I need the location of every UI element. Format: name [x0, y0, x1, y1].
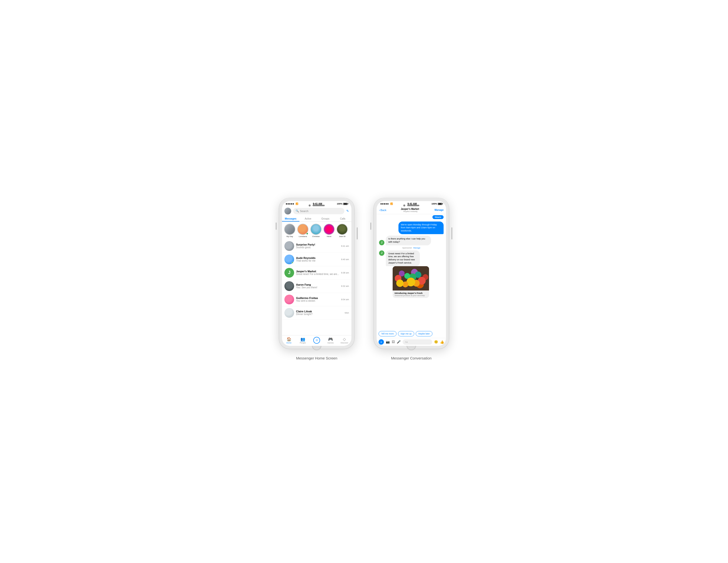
replies-instantly: Replies instantly — [386, 210, 435, 212]
phone-home-screen: 📶 9:41 AM 100% — [282, 201, 351, 346]
manage-button[interactable]: Manage — [435, 209, 444, 211]
story-row: My Day Loredana — [282, 222, 351, 239]
conversation-list: Surprise Party! Sounds good. 9:41 am A — [282, 239, 351, 335]
signal-dot-4 — [291, 203, 292, 204]
henri-avatar-img — [323, 224, 335, 235]
discover-nav-icon: ◇ — [343, 337, 346, 342]
story-loredana[interactable]: Loredana — [297, 224, 309, 237]
nav-discover-label: Discover — [341, 342, 348, 344]
tab-active[interactable]: Active — [299, 216, 317, 221]
bot-avatar: J — [379, 240, 384, 245]
ad-text-bubble: Great news! For a limited time, we are o… — [386, 250, 420, 266]
convo-surprise[interactable]: Surprise Party! Sounds good. 9:41 am — [282, 239, 351, 253]
page-container: 📶 9:41 AM 100% — [279, 198, 449, 360]
signal-dot-2 — [288, 203, 289, 204]
convo-guillermo-content: Guillermo Freitas You sent a sticker. — [296, 297, 339, 302]
nav-home[interactable]: 🏠 Home — [282, 337, 296, 344]
games-nav-icon: 🎮 — [328, 337, 333, 342]
volume-button-convo — [370, 222, 371, 230]
manage-sponsored-link[interactable]: Manage — [413, 247, 420, 249]
like-icon[interactable]: 👍 — [440, 340, 444, 344]
convo-jasper[interactable]: J Jasper's Market Great news! For a limi… — [282, 266, 351, 279]
camera-input-icon[interactable]: 📷 — [386, 340, 390, 344]
convo-aaron[interactable]: Aaron Fang You: See you there! 9:32 am — [282, 279, 351, 293]
convo-surprise-time: 9:41 am — [341, 245, 349, 247]
phone-convo-section: 📶 9:41 AM 100% ‹ — [374, 198, 449, 360]
battery-fill — [344, 203, 347, 204]
power-button — [357, 227, 358, 239]
signal-dot-5 — [293, 203, 294, 204]
battery-area-convo: 100% — [431, 202, 442, 205]
ad-message-row: J Great news! For a limited time, we are… — [379, 250, 444, 298]
compose-icon[interactable]: ✎ — [346, 209, 349, 213]
add-attachments-button[interactable]: + — [379, 339, 384, 345]
convo-aude[interactable]: Aude Reynolds That works for me 9:40 am — [282, 253, 351, 266]
search-icon: 🔍 — [296, 209, 299, 212]
user-avatar[interactable] — [284, 208, 291, 214]
convo-claire[interactable]: Claire Litvak Dinner tonight? Mon — [282, 306, 351, 320]
convo-aaron-time: 9:32 am — [341, 285, 349, 287]
convo-aude-time: 9:40 am — [341, 258, 349, 260]
story-christian[interactable]: Christian — [310, 224, 322, 237]
story-label-myday: My Day — [286, 235, 293, 237]
aaron-avatar — [284, 281, 294, 291]
convo-jasper-preview: Great news! For a limited time, we are..… — [296, 273, 339, 275]
search-bar[interactable]: 🔍 Search — [293, 208, 344, 214]
camera-circle: ⊙ — [313, 337, 320, 344]
convo-aaron-preview: You: See you there! — [296, 286, 339, 289]
nav-people[interactable]: 👥 People — [296, 337, 310, 344]
convo-surprise-preview: Sounds good. — [296, 246, 339, 249]
front-camera — [309, 204, 311, 206]
battery-icon-convo — [438, 203, 442, 205]
convo-guillermo[interactable]: Guillermo Freitas You sent a sticker. 9:… — [282, 293, 351, 306]
signal-dot-3 — [289, 203, 290, 204]
phone-convo-shell: 📶 9:41 AM 100% ‹ — [374, 198, 449, 349]
nav-camera[interactable]: ⊙ — [310, 337, 323, 344]
story-myday[interactable]: My Day — [284, 224, 296, 237]
battery-percent: 100% — [337, 202, 342, 205]
nav-games[interactable]: 🎮 Games — [324, 337, 338, 344]
quick-reply-maybe-later[interactable]: Maybe later — [416, 331, 432, 337]
business-name: Jasper's Market — [401, 208, 419, 210]
mic-input-icon[interactable]: 🎤 — [397, 340, 401, 344]
convo-jasper-time: 9:38 am — [341, 271, 349, 274]
emoji-icon[interactable]: 🙂 — [434, 340, 438, 344]
story-label-loredana: Loredana — [299, 235, 307, 237]
incoming-bubble: Is there anything else I can help you wi… — [386, 235, 431, 245]
quick-reply-tell-me-more[interactable]: Tell me more — [379, 331, 397, 337]
phone-convo-label: Messenger Conversation — [391, 356, 432, 360]
people-nav-icon: 👥 — [300, 337, 305, 342]
story-henri[interactable]: Henri — [323, 224, 335, 237]
nav-discover[interactable]: ◇ Discover — [338, 337, 351, 344]
message-outgoing: We're open Monday through Friday from 9a… — [379, 221, 444, 234]
battery-icon — [343, 203, 347, 205]
signal-dot-1 — [286, 203, 287, 204]
story-jeanm[interactable]: Jean-M — [336, 224, 348, 237]
back-label: Back — [381, 209, 386, 211]
ad-card[interactable]: Introducing Jasper's Fresh Seasonal prod… — [393, 266, 429, 298]
christian-avatar-img — [310, 224, 322, 235]
message-input[interactable]: Aa — [403, 339, 432, 345]
outgoing-bubble: We're open Monday through Friday from 9a… — [398, 221, 444, 234]
loredana-online-dot — [306, 233, 308, 234]
nav-people-label: People — [300, 342, 306, 344]
fruit-image — [393, 266, 429, 291]
hours-button[interactable]: Hours — [432, 215, 444, 219]
tab-messages[interactable]: Messages — [282, 216, 299, 221]
quick-reply-sign-me-up[interactable]: Sign me up — [398, 331, 414, 337]
aude-avatar — [284, 254, 294, 264]
bot-avatar-ad: J — [379, 250, 384, 256]
back-chevron-icon: ‹ — [379, 209, 380, 211]
jeanm-avatar-img — [337, 224, 348, 235]
sponsored-label: Sponsored · Manage — [379, 247, 444, 249]
search-placeholder: Search — [300, 209, 308, 212]
guillermo-avatar — [284, 295, 294, 304]
aude-online-dot — [292, 262, 294, 264]
back-button[interactable]: ‹ Back — [379, 209, 386, 211]
story-avatar-henri — [323, 224, 335, 235]
camera-icon: ⊙ — [316, 339, 318, 342]
image-input-icon[interactable]: 🖼 — [392, 340, 395, 344]
story-label-henri: Henri — [327, 235, 331, 237]
tab-calls[interactable]: Calls — [334, 216, 352, 221]
tab-groups[interactable]: Groups — [317, 216, 334, 221]
